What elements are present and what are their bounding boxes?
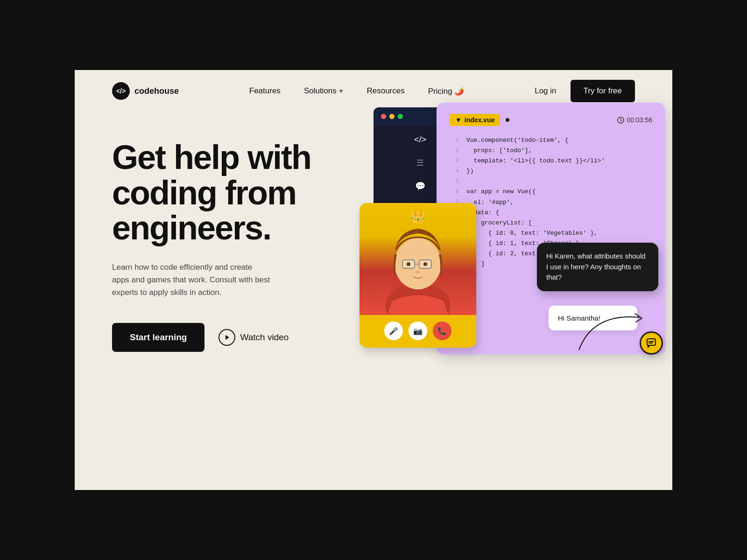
code-line-7: 7 el: '#app',: [450, 197, 652, 208]
svg-point-11: [423, 262, 427, 266]
timer: 00:03:56: [617, 116, 653, 124]
code-line-1: 1Vue.component('todo-item', {: [450, 135, 652, 146]
vue-badge: ▼ index.vue: [450, 114, 500, 126]
nav-pricing[interactable]: Pricing 🌶️: [428, 86, 465, 96]
watch-label: Watch video: [240, 332, 289, 343]
file-icon: ☰: [416, 158, 424, 168]
code-line-2: 2 props: ['todo'],: [450, 146, 652, 156]
page-wrapper: </> codehouse Features Solutions + Resou…: [75, 70, 672, 490]
vue-filename: index.vue: [465, 116, 495, 124]
code-line-10: 10 { id: 0, text: 'Vegetables' },: [450, 228, 652, 238]
chat-dark-bubble: Hi Karen, what attributes should I use i…: [537, 243, 658, 291]
dot-green: [398, 114, 403, 119]
crown-badge: 👑: [410, 210, 425, 224]
chat-dark-text: Hi Karen, what attributes should I use i…: [546, 252, 646, 281]
svg-point-6: [395, 238, 441, 289]
hero-description: Learn how to code efficiently and create…: [112, 261, 271, 299]
nav-features[interactable]: Features: [249, 86, 281, 96]
chat-light-text: Hi Samantha!: [558, 314, 600, 322]
try-free-button[interactable]: Try for free: [571, 80, 635, 102]
camera-button[interactable]: 📷: [409, 322, 427, 340]
code-line-4: 4}): [450, 166, 652, 176]
login-button[interactable]: Log in: [535, 86, 556, 96]
nav-right: Log in Try for free: [535, 80, 635, 102]
code-line-9: 9 groceryList: [: [450, 218, 652, 228]
play-icon: [218, 329, 235, 346]
end-call-button[interactable]: 📞: [433, 322, 451, 340]
logo-icon: </>: [112, 82, 130, 100]
logo-text: codehouse: [134, 86, 179, 96]
watch-video-button[interactable]: Watch video: [218, 329, 289, 346]
svg-marker-0: [226, 335, 229, 340]
message-icon: [646, 338, 656, 348]
timer-value: 00:03:56: [627, 116, 653, 124]
nav-links: Features Solutions + Resources Pricing 🌶…: [249, 86, 465, 96]
hero-title: Get help with coding from engineers.: [112, 140, 336, 246]
chat-icon: 💬: [415, 181, 425, 191]
svg-line-3: [620, 120, 622, 121]
vue-icon: ▼: [455, 116, 462, 124]
svg-point-12: [416, 271, 420, 273]
file-dot: [506, 118, 509, 122]
video-controls: 🎤 📷 📞: [384, 322, 451, 340]
hero-visual: </> ☰ 💬 ⚙ ▼ index.vue: [345, 103, 672, 453]
logo[interactable]: </> codehouse: [112, 82, 179, 100]
code-line-5: 5: [450, 176, 652, 187]
mute-button[interactable]: 🎤: [384, 322, 403, 340]
code-line-3: 3 template: '<li>{{ todo.text }}</li>': [450, 156, 652, 166]
code-panel-header: ▼ index.vue 00:03:56: [450, 114, 652, 126]
dot-yellow: [389, 114, 395, 119]
hero-section: Get help with coding from engineers. Lea…: [75, 112, 672, 352]
hero-actions: Start learning Watch video: [112, 323, 336, 352]
start-learning-button[interactable]: Start learning: [112, 323, 204, 352]
chat-light-bubble: Hi Samantha!: [549, 306, 637, 330]
code-icon: </>: [414, 135, 426, 145]
svg-point-10: [407, 262, 410, 266]
chat-float-icon[interactable]: [640, 331, 663, 355]
code-line-6: 6var app = new Vue({: [450, 187, 652, 197]
video-card: 👑: [359, 203, 476, 348]
hero-left: Get help with coding from engineers. Lea…: [112, 131, 336, 352]
nav-resources[interactable]: Resources: [366, 86, 404, 96]
nav-solutions[interactable]: Solutions +: [304, 86, 344, 96]
code-line-8: 8 data: {: [450, 208, 652, 218]
dot-red: [381, 114, 386, 119]
